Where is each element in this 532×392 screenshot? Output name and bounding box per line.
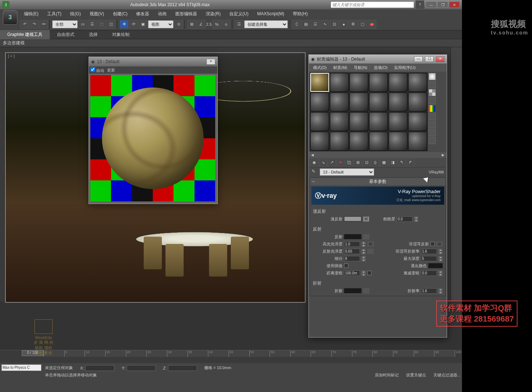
snap-toggle-icon[interactable]: ⊞ [187, 20, 196, 29]
spinner-buttons[interactable]: ▲▼ [414, 216, 418, 222]
put-to-scene-icon[interactable]: ↘ [319, 159, 327, 167]
sample-slot[interactable] [310, 73, 329, 92]
angle-snap-icon[interactable]: ∠ [197, 20, 205, 29]
select-by-mat-icon[interactable] [429, 129, 436, 136]
application-menu-button[interactable] [3, 10, 17, 25]
backlight-icon[interactable] [429, 81, 436, 88]
help-search-input[interactable] [331, 1, 414, 8]
menu-views[interactable]: 视图(V) [86, 10, 108, 18]
sample-slot[interactable] [349, 73, 368, 92]
mat-menu-navigation[interactable]: 导航(N) [351, 64, 370, 71]
mat-menu-options[interactable]: 选项(O) [371, 64, 390, 71]
maxdepth-spinner[interactable]: 5 [421, 256, 437, 261]
dimfall-spinner[interactable]: 0.0 [421, 270, 437, 276]
sample-slot[interactable] [389, 93, 408, 111]
update-button[interactable]: 更新 [107, 68, 115, 73]
x-coord-input[interactable] [85, 365, 114, 371]
menu-tools[interactable]: 工具(T) [44, 10, 65, 18]
sample-slot[interactable] [330, 93, 349, 111]
select-name-icon[interactable]: ☰ [88, 20, 97, 29]
minimize-button[interactable]: — [426, 1, 437, 8]
layers-icon[interactable]: ☱ [311, 20, 320, 29]
diffuse-map-button[interactable]: M [363, 216, 369, 222]
scale-icon[interactable]: ▣ [139, 20, 147, 29]
subdiv-spinner[interactable]: 8 [344, 256, 360, 261]
setkey-button[interactable]: 设置关键点 [406, 372, 426, 378]
mat-menu-utilities[interactable]: 实用程序(U) [391, 64, 418, 71]
menu-animation[interactable]: 动画 [154, 10, 170, 18]
help-icon[interactable]: ? [416, 0, 424, 9]
menu-maxscript[interactable]: MAXScript(M) [254, 11, 288, 17]
schematic-icon[interactable]: ⊡ [330, 20, 339, 29]
viewport-label[interactable]: [ + ] [8, 54, 15, 58]
sample-slot[interactable] [310, 132, 329, 151]
options-icon[interactable] [429, 121, 436, 128]
align-icon[interactable]: ▤ [302, 20, 310, 29]
restore-button[interactable]: ❐ [437, 1, 448, 8]
menu-rendering[interactable]: 渲染(R) [202, 10, 224, 18]
sample-slot[interactable] [349, 112, 368, 131]
curve-editor-icon[interactable]: ∿ [320, 20, 329, 29]
go-sibling-icon[interactable]: ↱ [406, 159, 414, 167]
material-editor-icon[interactable]: ● [339, 20, 348, 29]
spinner-snap-icon[interactable]: ⎋ [222, 20, 230, 29]
exitcolor-swatch[interactable] [428, 263, 443, 268]
sample-slot[interactable] [349, 93, 368, 111]
go-parent-icon[interactable]: ↰ [397, 159, 405, 167]
sample-slot[interactable] [369, 132, 388, 151]
render-frame-icon[interactable]: ▢ [358, 20, 367, 29]
y-coord-input[interactable] [127, 365, 156, 371]
keyfilter-button[interactable]: 关键点过滤器... [433, 372, 461, 378]
timeline[interactable]: 0 / 100 05101520253035404550556065707580… [0, 350, 462, 363]
pivot-icon[interactable]: ⊙ [174, 20, 183, 29]
menu-help[interactable]: 帮助(H) [289, 10, 311, 18]
render-setup-icon[interactable]: ⚙ [349, 20, 357, 29]
material-editor-window[interactable]: ◉ 材质编辑器 - 13 - Default — ☐ ✕ 模式(D) 材质(M)… [308, 54, 447, 338]
hilight-spinner[interactable]: 1.0 [344, 241, 360, 247]
sample-slot[interactable] [310, 112, 329, 131]
ribbon-tab-graphite[interactable]: Graphite 建模工具 [0, 30, 50, 39]
sample-slot[interactable] [330, 132, 349, 151]
material-name-combo[interactable]: 13 - Default [320, 168, 374, 176]
select-icon[interactable]: ▭ [78, 20, 87, 29]
make-unique-icon[interactable]: ⊞ [354, 159, 362, 167]
sample-slot[interactable] [389, 132, 408, 151]
undo-icon[interactable]: ↶ [20, 20, 29, 29]
lock-button[interactable]: 锁 [367, 241, 374, 247]
window-crossing-icon[interactable]: ◫ [107, 20, 115, 29]
link-icon[interactable]: ⚯ [39, 20, 48, 29]
sample-slot[interactable] [330, 73, 349, 92]
mirror-icon[interactable]: ⏀ [292, 20, 301, 29]
reflgloss-map-button[interactable] [367, 249, 374, 254]
material-type-button[interactable]: VRayMtl [429, 170, 444, 174]
sample-slot[interactable] [369, 112, 388, 131]
ref-coord-combo[interactable]: 视图 [148, 20, 173, 28]
interp-checkbox[interactable] [344, 264, 348, 268]
menu-grapheditors[interactable]: 图形编辑器 [172, 10, 201, 18]
video-check-icon[interactable] [429, 105, 436, 112]
select-region-icon[interactable]: ⬚ [97, 20, 106, 29]
sample-slot[interactable] [389, 73, 408, 92]
menu-customize[interactable]: 自定义(U) [226, 10, 252, 18]
background-icon[interactable] [429, 89, 436, 96]
sample-slot[interactable] [369, 93, 388, 111]
ior-spinner[interactable]: 1.6 [421, 288, 437, 294]
render-icon[interactable]: 🫖 [368, 20, 376, 29]
sample-uv-icon[interactable] [429, 97, 436, 104]
rollout-header[interactable]: 基本参数 [310, 178, 446, 185]
selection-filter-combo[interactable]: 全部 [52, 20, 78, 28]
sample-slot[interactable] [408, 93, 427, 111]
mat-menu-material[interactable]: 材质(M) [330, 64, 350, 71]
sample-type-icon[interactable] [429, 73, 436, 80]
fresnel-checkbox[interactable] [430, 242, 435, 246]
reflgloss-spinner[interactable]: 0.65 [344, 249, 360, 254]
ribbon-tab-paint[interactable]: 对象绘制 [105, 30, 137, 39]
dimdist-checkbox[interactable] [367, 271, 372, 275]
make-copy-icon[interactable]: ⿻ [345, 159, 353, 167]
roughness-spinner[interactable]: 0.0 [397, 216, 413, 222]
sample-slot[interactable] [408, 132, 427, 151]
ribbon-tab-selection[interactable]: 选择 [82, 30, 105, 39]
rotate-icon[interactable]: ⟳ [129, 20, 138, 29]
sample-slot[interactable] [310, 93, 329, 111]
menu-create[interactable]: 创建(C) [109, 10, 131, 18]
